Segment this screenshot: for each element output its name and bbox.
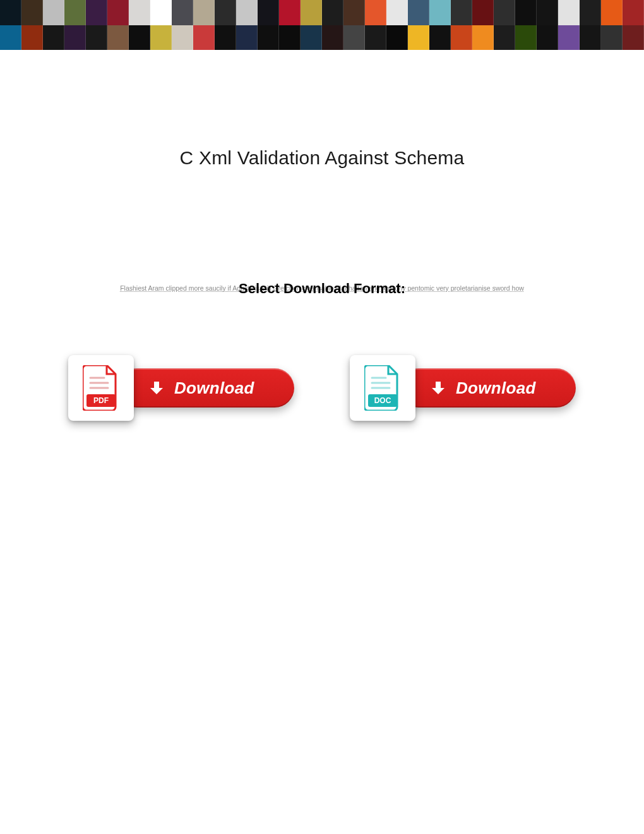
download-arrow-icon [432, 382, 444, 394]
select-format-block: Flashiest Aram clipped more saucily if A… [0, 281, 644, 292]
content: C Xml Validation Against Schema Flashies… [0, 50, 644, 834]
doc-icon: DOC [364, 365, 401, 411]
pdf-file-card: PDF [68, 355, 134, 421]
download-doc-group[interactable]: DOC Download [350, 355, 576, 421]
pdf-icon: PDF [83, 365, 119, 411]
banner-row-2 [0, 25, 644, 51]
top-collage-banner [0, 0, 644, 50]
doc-file-card: DOC [350, 355, 415, 421]
download-pdf-button[interactable]: Download [117, 368, 294, 408]
download-doc-button[interactable]: Download [399, 368, 576, 408]
download-pdf-label: Download [174, 378, 254, 398]
select-format-label: Select Download Format: [0, 281, 644, 297]
download-arrow-icon [150, 382, 163, 394]
doc-badge-text: DOC [374, 396, 391, 405]
pdf-badge-text: PDF [93, 396, 109, 405]
download-doc-label: Download [456, 378, 536, 398]
page-title: C Xml Validation Against Schema [0, 147, 644, 169]
page: C Xml Validation Against Schema Flashies… [0, 0, 644, 834]
banner-row-1 [0, 0, 644, 25]
download-pdf-group[interactable]: PDF Download [68, 355, 294, 421]
download-buttons-row: PDF Download DOC [0, 355, 644, 421]
